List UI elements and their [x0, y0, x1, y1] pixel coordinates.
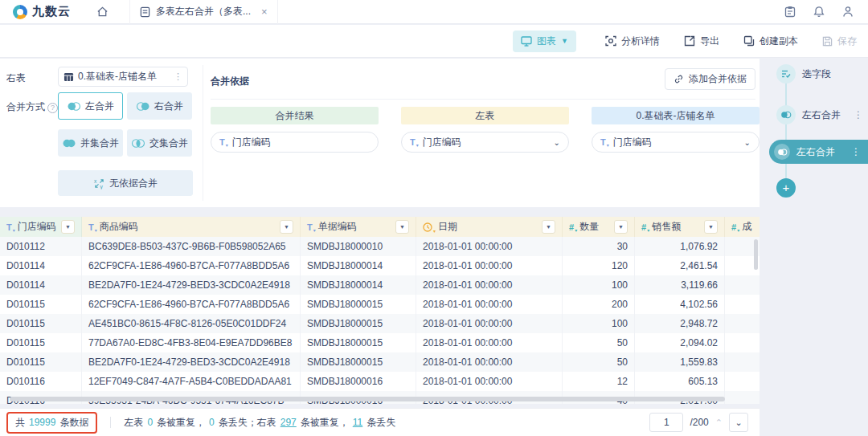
merge-stats: 左表 0 条被重复， 0 条丢失；右表 297 条被重复， 11 条丢失	[124, 416, 395, 430]
analysis-details-label: 分析详情	[621, 35, 660, 48]
venn-left-icon	[67, 101, 81, 112]
column-header-store-code[interactable]: T 门店编码 ▼	[0, 217, 82, 237]
right-dup-count-link[interactable]: 297	[280, 417, 297, 428]
table-row: D01011462CF9CFA-1E86-4960-B7CA-F077A8BDD…	[0, 256, 760, 275]
filter-dropdown-icon[interactable]: ▼	[395, 220, 409, 234]
basis-divider	[211, 99, 755, 100]
more-menu-icon[interactable]: ⋮	[851, 146, 861, 157]
navbar-right	[784, 6, 854, 18]
help-icon[interactable]: ?	[47, 103, 58, 113]
save-button[interactable]: 保存	[822, 35, 857, 48]
merge-method-union-join[interactable]: 并集合并	[58, 129, 123, 157]
page-down-icon[interactable]: ⌄	[729, 413, 748, 432]
merge-method-right-join[interactable]: 右合并	[127, 92, 192, 120]
vertical-scrollbar[interactable]	[754, 239, 758, 270]
text-type-icon: T	[307, 222, 315, 232]
text-type-icon: T	[219, 137, 227, 147]
document-tab[interactable]: 多表左右合并（多表... ×	[129, 0, 278, 24]
right-table-select[interactable]: 0.基础表-店铺名单 ⋮	[58, 67, 188, 87]
left-lost-count: 0	[209, 417, 215, 428]
number-type-icon: #	[731, 222, 739, 232]
filter-dropdown-icon[interactable]: ▼	[704, 220, 718, 234]
result-table: T 门店编码 ▼ T 商品编码 ▼ T 单据编码 ▼ 日期 ▼ # 数量 ▼ #…	[0, 217, 760, 404]
save-icon	[822, 36, 833, 47]
chevron-down-icon: ▼	[561, 37, 568, 45]
filter-dropdown-icon[interactable]: ▼	[614, 220, 628, 234]
monitor-icon	[521, 36, 532, 47]
basis-column-right: 0.基础表-店铺名单 T 门店编码 ⌄	[592, 107, 760, 153]
app-logo: 九数云	[13, 4, 71, 19]
total-count-value[interactable]: 19999	[29, 417, 55, 428]
column-header-sales[interactable]: # 销售额 ▼	[635, 217, 725, 237]
column-header-cost-clipped[interactable]: # 成	[725, 217, 760, 237]
top-navbar: 九数云 多表左右合并（多表... ×	[0, 0, 868, 24]
step-merge-2-label: 左右合并	[796, 145, 835, 159]
notes-icon[interactable]	[784, 6, 796, 18]
column-header-product-code[interactable]: T 商品编码 ▼	[82, 217, 301, 237]
step-select-fields-icon[interactable]	[776, 64, 796, 84]
chevron-down-icon: ⌄	[554, 138, 560, 147]
merge-basis-section: 合并依据 添加合并依据 合并结果 T 门店编码 左表 T 门店编码 ⌄ 0.基础…	[211, 59, 760, 207]
page-total-label: /200	[690, 417, 708, 428]
footer-divider	[110, 417, 111, 428]
venn-union-icon	[62, 138, 76, 149]
page-number-input[interactable]	[649, 413, 683, 432]
right-lost-count-link[interactable]: 11	[353, 417, 362, 428]
chevron-down-icon: ⌄	[744, 138, 751, 147]
export-button[interactable]: 导出	[684, 35, 719, 48]
venn-left-icon	[774, 144, 790, 160]
chart-view-label: 图表	[537, 35, 556, 48]
home-icon[interactable]	[96, 6, 108, 18]
left-dup-count: 0	[147, 417, 153, 428]
add-step-button[interactable]: +	[776, 178, 796, 198]
basis-right-header: 0.基础表-店铺名单	[592, 107, 760, 124]
table-row: D01011562CF9CFA-1E86-4960-B7CA-F077A8BDD…	[0, 295, 760, 314]
basis-right-field-select[interactable]: T 门店编码 ⌄	[592, 132, 760, 153]
filter-dropdown-icon[interactable]: ▼	[61, 220, 75, 234]
panel-divider	[203, 65, 203, 201]
table-row: D01011577DA67A0-ED8C-4FB3-8E04-E9EA7DD96…	[0, 333, 760, 352]
table-row: D010114BE2DA7F0-1E24-4729-BED3-3CDC0A2E4…	[0, 275, 760, 295]
table-icon	[63, 72, 74, 82]
filter-dropdown-icon[interactable]: ▼	[280, 220, 293, 234]
step-merge-2-active[interactable]: 左右合并 ⋮	[769, 140, 868, 164]
basis-result-field[interactable]: T 门店编码	[211, 132, 379, 153]
action-toolbar: 图表 ▼ 分析详情 导出 创建副本 保存	[0, 25, 868, 58]
filter-dropdown-icon[interactable]: ▼	[542, 220, 555, 234]
right-table-label: 右表	[6, 71, 26, 85]
merge-method-no-basis[interactable]: xy 无依据合并	[58, 170, 193, 196]
basis-left-field-select[interactable]: T 门店编码 ⌄	[401, 132, 569, 153]
page-up-icon[interactable]: ⌃	[715, 418, 723, 428]
status-bar: 共 19999 条数据 左表 0 条被重复， 0 条丢失；右表 297 条被重复…	[0, 408, 760, 436]
text-type-icon: T	[6, 222, 14, 232]
merge-method-intersect-join[interactable]: 交集合并	[127, 129, 192, 157]
logo-text: 九数云	[32, 4, 71, 19]
text-type-icon: T	[88, 222, 96, 232]
merge-method-label: 合并方式?	[6, 100, 58, 114]
venn-right-icon	[136, 101, 150, 112]
basis-column-result: 合并结果 T 门店编码	[211, 107, 379, 153]
create-copy-button[interactable]: 创建副本	[743, 35, 798, 48]
step-merge-1-icon[interactable]	[776, 105, 796, 124]
link-icon	[674, 74, 684, 84]
export-label: 导出	[700, 35, 719, 48]
analysis-details-button[interactable]: 分析详情	[605, 35, 660, 48]
horizontal-scrollbar[interactable]	[10, 397, 725, 401]
column-header-quantity[interactable]: # 数量 ▼	[563, 217, 635, 237]
column-header-doc-code[interactable]: T 单据编码 ▼	[301, 217, 416, 237]
column-header-date[interactable]: 日期 ▼	[416, 217, 563, 237]
step-select-fields-label[interactable]: 选字段	[802, 64, 831, 84]
bell-icon[interactable]	[813, 6, 825, 18]
total-count-badge: 共 19999 条数据	[6, 412, 97, 434]
merge-method-left-join[interactable]: 左合并	[58, 92, 123, 120]
step-merge-1-label[interactable]: 左右合并	[802, 105, 841, 124]
more-menu-icon[interactable]: ⋮	[174, 71, 182, 82]
add-merge-basis-button[interactable]: 添加合并依据	[665, 68, 755, 90]
number-type-icon: #	[569, 222, 576, 232]
tab-close-icon[interactable]: ×	[261, 6, 268, 18]
more-menu-icon[interactable]: ⋮	[854, 105, 863, 124]
user-icon[interactable]	[842, 6, 854, 18]
document-icon	[140, 6, 150, 18]
chart-view-button[interactable]: 图表 ▼	[513, 31, 576, 52]
basis-column-left: 左表 T 门店编码 ⌄	[401, 107, 569, 153]
